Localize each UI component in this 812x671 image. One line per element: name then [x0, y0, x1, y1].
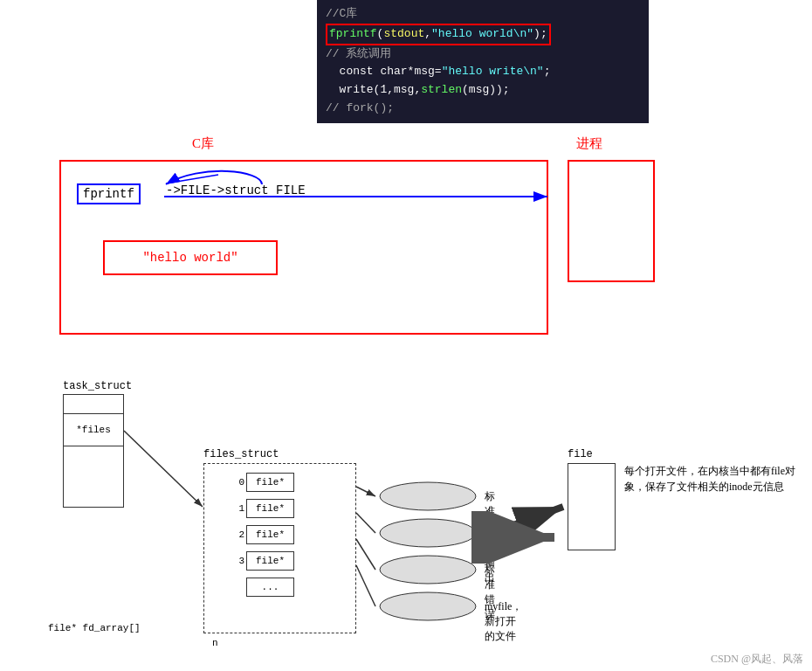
fd-array-label: file* fd_array[]	[48, 623, 141, 633]
code-line-3: // 系统调用	[326, 45, 640, 64]
cku-label: C库	[192, 135, 214, 152]
files-pointer-box: *files	[63, 413, 124, 446]
diagram-area: C库 进程 fprintf ->FILE->struct FILE "hello…	[0, 135, 812, 371]
csdn-watermark: CSDN @风起、风落	[711, 652, 803, 667]
fd-row-3: 3 file*	[231, 551, 294, 571]
files-struct-box: 0 file* 1 file* 2 file* 3 file* ...	[203, 463, 356, 633]
svg-point-8	[380, 592, 476, 620]
struct-diagram: task_struct *files files_struct 0 file* …	[0, 380, 812, 671]
code-line-2: fprintf(stdout,"hello world\n");	[326, 24, 640, 45]
fd-row-more: ...	[231, 578, 294, 597]
code-line-1: //C库	[326, 5, 640, 24]
svg-line-14	[356, 513, 375, 533]
fd-row-0: 0 file*	[231, 473, 294, 492]
code-block: //C库 fprintf(stdout,"hello world\n"); //…	[317, 0, 649, 123]
files-struct-label: files_struct	[203, 448, 279, 460]
n-label: n	[212, 638, 218, 648]
jincheng-label: 进程	[576, 135, 602, 152]
hello-world-box: "hello world"	[103, 240, 278, 275]
jincheng-box	[568, 160, 655, 282]
svg-line-12	[124, 431, 203, 507]
svg-point-7	[380, 556, 476, 584]
fd-row-2: 2 file*	[231, 525, 294, 544]
svg-line-16	[356, 565, 375, 606]
arrow-label: ->FILE->struct FILE	[166, 183, 306, 197]
ellipse-label-3: myfile，新打开的文件	[485, 599, 522, 644]
ellipses-svg	[375, 481, 550, 629]
file-box	[568, 463, 616, 550]
fprintf-box: fprintf	[77, 183, 141, 204]
svg-point-6	[380, 519, 476, 547]
file-description: 每个打开文件，在内核当中都有file对象，保存了文件相关的inode元信息	[624, 463, 799, 495]
task-struct-box	[63, 394, 124, 508]
code-line-6: // fork();	[326, 100, 640, 118]
code-line-4: const char*msg="hello write\n";	[326, 63, 640, 81]
svg-line-15	[356, 539, 375, 570]
file-label: file	[568, 448, 593, 460]
code-line-5: write(1,msg,strlen(msg));	[326, 81, 640, 100]
task-struct-label: task_struct	[63, 380, 132, 392]
svg-point-5	[380, 482, 476, 510]
fd-row-1: 1 file*	[231, 499, 294, 518]
svg-line-13	[356, 487, 375, 496]
